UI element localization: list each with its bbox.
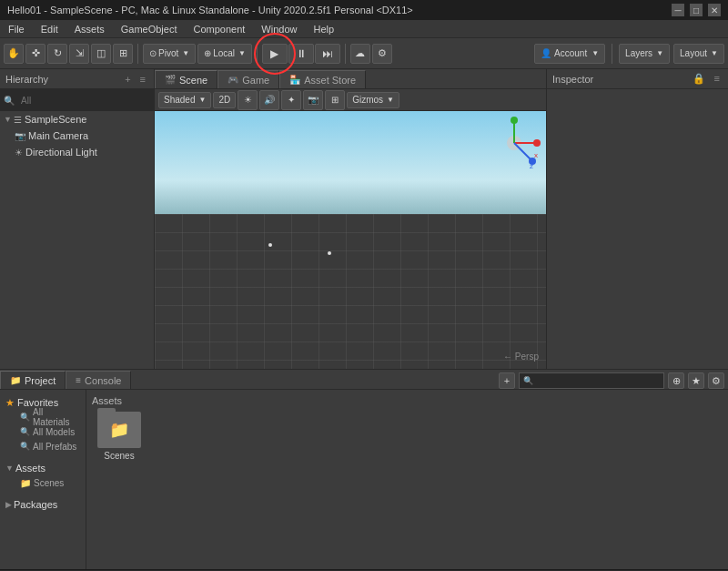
play-icon: ▶ bbox=[270, 47, 278, 60]
hierarchy-search-input[interactable] bbox=[17, 91, 150, 109]
scene-grid-btn[interactable]: ⊞ bbox=[325, 90, 345, 110]
title-bar: Hello01 - SampleScene - PC, Mac & Linux … bbox=[0, 0, 728, 20]
menu-assets[interactable]: Assets bbox=[72, 24, 107, 35]
project-path: Assets bbox=[92, 395, 723, 406]
window-title: Hello01 - SampleScene - PC, Mac & Linux … bbox=[7, 5, 413, 15]
tab-project[interactable]: 📁 Project bbox=[0, 371, 66, 389]
tab-scene[interactable]: 🎬 Scene bbox=[155, 70, 217, 88]
camera-icon: 📷 bbox=[15, 131, 25, 141]
scene-object-1 bbox=[268, 243, 272, 247]
project-assets-section: ▼ Assets 📁 Scenes bbox=[0, 459, 86, 492]
lighting-button[interactable]: ☀ bbox=[238, 90, 258, 110]
assetstore-tab-icon: 🏪 bbox=[289, 75, 300, 85]
step-button[interactable]: ⏭ bbox=[315, 44, 340, 64]
layout-label: Layout bbox=[680, 48, 707, 58]
audio-button[interactable]: 🔊 bbox=[259, 90, 279, 110]
hierarchy-add-button[interactable]: + bbox=[122, 74, 133, 85]
gizmos-button[interactable]: Gizmos ▼ bbox=[347, 92, 399, 108]
2d-button[interactable]: 2D bbox=[213, 92, 236, 108]
tab-console[interactable]: ≡ Console bbox=[66, 371, 131, 389]
pause-button[interactable]: ⏸ bbox=[288, 44, 314, 64]
folder-graphic: 📁 bbox=[109, 420, 129, 440]
project-main-content: Assets 📁 Scenes bbox=[86, 390, 728, 569]
project-options-button[interactable]: ⊕ bbox=[668, 372, 684, 389]
project-panel: ★ Favorites 🔍 All Materials 🔍 All Models… bbox=[0, 390, 728, 569]
project-assets-header[interactable]: ▼ Assets bbox=[5, 461, 80, 475]
rotate-tool-button[interactable]: ↻ bbox=[47, 44, 67, 64]
scale-tool-button[interactable]: ⇲ bbox=[69, 44, 89, 64]
scene-camera-btn[interactable]: 📷 bbox=[303, 90, 323, 110]
pivot-button[interactable]: ⊙ Pivot ▼ bbox=[143, 44, 196, 64]
scenes-label: Scenes bbox=[34, 478, 64, 488]
scene-tab-icon: 🎬 bbox=[165, 75, 176, 85]
hierarchy-item-directionallight[interactable]: ☀ Directional Light bbox=[0, 144, 154, 160]
menu-edit[interactable]: Edit bbox=[38, 24, 61, 35]
play-button[interactable]: ▶ bbox=[262, 44, 288, 64]
hierarchy-item-maincamera[interactable]: 📷 Main Camera bbox=[0, 127, 154, 144]
project-search-bar: 🔍 bbox=[519, 372, 664, 389]
hierarchy-menu-button[interactable]: ≡ bbox=[137, 74, 148, 85]
project-packages-header[interactable]: ▶ Packages bbox=[5, 497, 80, 512]
hand-tool-button[interactable]: ✋ bbox=[4, 44, 24, 64]
project-item-allmodels[interactable]: 🔍 All Models bbox=[5, 424, 80, 439]
menu-file[interactable]: File bbox=[5, 24, 27, 35]
transform-tool-button[interactable]: ⊞ bbox=[113, 44, 133, 64]
tab-game[interactable]: 🎮 Game bbox=[217, 70, 279, 88]
scene-toolbar: Shaded ▼ 2D ☀ 🔊 ✦ 📷 ⊞ Gizmos ▼ bbox=[155, 89, 546, 111]
project-star-button[interactable]: ★ bbox=[688, 372, 704, 389]
toolbar: ✋ ✜ ↻ ⇲ ◫ ⊞ ⊙ Pivot ▼ ⊕ Local ▼ ▶ ⏸ ⏭ bbox=[0, 38, 728, 69]
maximize-button[interactable]: □ bbox=[690, 4, 703, 16]
hierarchy-camera-label: Main Camera bbox=[28, 130, 88, 141]
local-label: Local bbox=[213, 48, 235, 58]
transform-tools: ✋ ✜ ↻ ⇲ ◫ ⊞ bbox=[4, 44, 133, 64]
hierarchy-scene-label: SampleScene bbox=[25, 114, 87, 125]
project-item-scenes[interactable]: 📁 Scenes bbox=[5, 475, 80, 490]
project-item-allprefabs[interactable]: 🔍 All Prefabs bbox=[5, 439, 80, 454]
inspector-menu-button[interactable]: ≡ bbox=[712, 73, 723, 85]
menu-component[interactable]: Component bbox=[190, 24, 248, 35]
minimize-button[interactable]: ─ bbox=[672, 4, 684, 16]
menu-help[interactable]: Help bbox=[310, 24, 337, 35]
game-tab-icon: 🎮 bbox=[228, 75, 238, 85]
local-button[interactable]: ⊕ Local ▼ bbox=[197, 44, 252, 64]
project-folder-scenes[interactable]: 📁 Scenes bbox=[92, 412, 147, 461]
inspector-lock-button[interactable]: 🔒 bbox=[690, 73, 708, 85]
svg-text:z: z bbox=[530, 162, 533, 170]
pivot-caret: ▼ bbox=[182, 49, 189, 57]
hierarchy-content: 🔍 ▼ ☰ SampleScene 📷 Main Camera ☀ Direct… bbox=[0, 89, 154, 369]
hierarchy-item-samplescene[interactable]: ▼ ☰ SampleScene bbox=[0, 111, 154, 127]
inspector-header: Inspector 🔒 ≡ bbox=[547, 69, 728, 89]
inspector-title: Inspector bbox=[552, 74, 593, 85]
assetstore-tab-label: Asset Store bbox=[304, 75, 356, 86]
project-item-allmaterials[interactable]: 🔍 All Materials bbox=[5, 410, 80, 424]
layout-button[interactable]: Layout ▼ bbox=[673, 44, 724, 64]
packages-label: Packages bbox=[14, 499, 57, 510]
project-search-input[interactable] bbox=[533, 376, 660, 386]
pivot-label: Pivot bbox=[158, 48, 178, 58]
move-tool-button[interactable]: ✜ bbox=[25, 44, 46, 64]
fx-button[interactable]: ✦ bbox=[281, 90, 301, 110]
assets-label: Assets bbox=[15, 463, 46, 474]
expand-arrow: ▼ bbox=[4, 115, 12, 124]
close-button[interactable]: ✕ bbox=[708, 4, 721, 16]
scene-viewport[interactable]: x z ← Persp bbox=[155, 111, 546, 369]
menu-window[interactable]: Window bbox=[258, 24, 299, 35]
star-icon: ★ bbox=[5, 397, 15, 409]
account-caret: ▼ bbox=[592, 49, 599, 57]
collab-button[interactable]: ☁ bbox=[350, 44, 370, 64]
menu-gameobject[interactable]: GameObject bbox=[118, 24, 180, 35]
project-add-button[interactable]: + bbox=[499, 372, 515, 389]
account-button[interactable]: 👤 Account ▼ bbox=[534, 44, 605, 64]
tab-assetstore[interactable]: 🏪 Asset Store bbox=[279, 70, 366, 88]
project-settings-button[interactable]: ⚙ bbox=[708, 372, 724, 389]
pause-icon: ⏸ bbox=[296, 47, 307, 60]
project-tab-icon: 📁 bbox=[10, 375, 21, 385]
services-button[interactable]: ⚙ bbox=[372, 44, 392, 64]
layers-button[interactable]: Layers ▼ bbox=[619, 44, 670, 64]
shaded-button[interactable]: Shaded ▼ bbox=[158, 92, 211, 108]
folder-icon-scenes: 📁 bbox=[20, 478, 31, 488]
svg-text:x: x bbox=[534, 151, 538, 159]
search-icon-small-3: 🔍 bbox=[20, 442, 30, 451]
toolbar-sep-1 bbox=[137, 44, 138, 64]
rect-tool-button[interactable]: ◫ bbox=[91, 44, 111, 64]
